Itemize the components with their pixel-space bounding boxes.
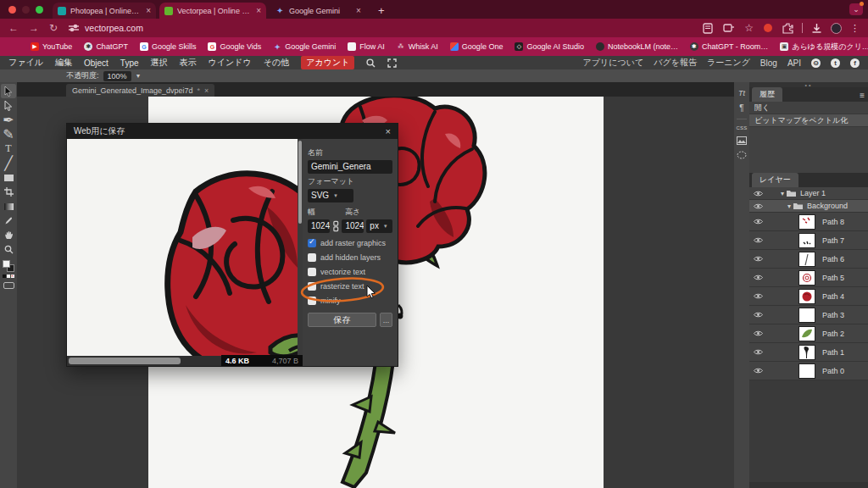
bookmark-star-icon[interactable]: ☆ — [744, 22, 754, 34]
checkbox-box[interactable] — [308, 239, 316, 247]
visibility-eye-icon[interactable] — [749, 312, 766, 318]
dialog-titlebar[interactable]: Web用に保存 × — [67, 124, 398, 139]
bookmark-flow-ai[interactable]: Flow AI — [348, 42, 385, 51]
layer-row-folder-selected[interactable]: ▾ Background — [749, 200, 868, 213]
opacity-dropdown-arrow-icon[interactable]: ▼ — [136, 73, 142, 79]
bookmark-whisk-ai[interactable]: ⁂Whisk AI — [397, 42, 438, 51]
pencil-tool[interactable]: ✎ — [1, 127, 16, 141]
width-input[interactable]: 1024 — [308, 219, 330, 233]
checkbox-box[interactable] — [308, 297, 316, 305]
format-select[interactable]: SVG ▾ — [308, 189, 353, 202]
site-settings-icon[interactable] — [68, 23, 80, 33]
bookmark-chatgpt[interactable]: ✱ChatGPT — [84, 42, 128, 51]
recording-extension-icon[interactable] — [764, 24, 772, 32]
type-tool[interactable]: T — [1, 141, 16, 156]
fullscreen-icon[interactable] — [387, 58, 397, 68]
none-swatch[interactable]: ✕ — [11, 274, 14, 278]
menu-view[interactable]: 表示 — [180, 57, 197, 69]
black-swatch[interactable] — [3, 274, 6, 278]
menu-type[interactable]: Type — [120, 58, 139, 68]
menu-edit[interactable]: 編集 — [55, 57, 72, 69]
tab-vectorpea-active[interactable]: Vectorpea | Online Vector Edi × — [159, 3, 266, 19]
rectangle-tool[interactable] — [1, 170, 16, 185]
swatch-shortcuts[interactable]: ✕ — [3, 274, 14, 278]
layer-row-folder[interactable]: ▾ Layer 1 — [749, 187, 868, 200]
checkbox-vectorize-text[interactable]: vectorize text — [308, 268, 392, 276]
collapse-caret-icon[interactable]: ▾ — [785, 202, 793, 210]
history-brush-panel-icon[interactable] — [737, 151, 747, 159]
document-tab[interactable]: Gemini_Generated_Image_dvpei7d * × — [66, 84, 214, 97]
menu-learning[interactable]: ラーニング — [707, 57, 750, 69]
eyedropper-tool[interactable] — [1, 214, 16, 228]
keyboard-shortcuts-icon[interactable] — [3, 282, 14, 289]
tab-layers[interactable]: レイヤー — [752, 173, 798, 187]
layer-row-path4[interactable]: Path 4 — [749, 287, 868, 306]
layer-row-path2[interactable]: Path 2 — [749, 324, 868, 343]
menu-file[interactable]: ファイル — [8, 57, 43, 69]
name-input[interactable]: Gemini_Genera — [308, 160, 392, 174]
account-button[interactable]: アカウント — [301, 56, 354, 69]
layer-row-path3[interactable]: Path 3 — [749, 306, 868, 324]
visibility-eye-icon[interactable] — [749, 368, 766, 374]
save-to-device-icon[interactable] — [723, 23, 734, 33]
reading-mode-icon[interactable] — [703, 23, 713, 34]
opacity-value[interactable]: 100% — [103, 71, 131, 81]
reload-icon[interactable]: ↻ — [49, 22, 58, 34]
url-text[interactable]: vectorpea.com — [85, 23, 143, 33]
save-button[interactable]: 保存 — [308, 313, 376, 327]
visibility-eye-icon[interactable] — [749, 349, 766, 355]
tab-history[interactable]: 履歴 — [752, 87, 782, 102]
twitter-icon[interactable]: t — [831, 58, 840, 68]
line-tool[interactable]: ╱ — [1, 156, 16, 170]
menu-about-app[interactable]: アプリについて — [583, 57, 644, 69]
facebook-icon[interactable]: f — [850, 58, 860, 68]
bookmark-youtube[interactable]: ▶YouTube — [31, 42, 72, 51]
visibility-eye-icon[interactable] — [749, 293, 766, 299]
close-window-button[interactable] — [8, 6, 16, 14]
visibility-eye-icon[interactable] — [749, 256, 766, 262]
browser-menu-kebab-icon[interactable]: ⋮ — [850, 23, 860, 34]
visibility-eye-icon[interactable] — [749, 219, 766, 225]
close-document-icon[interactable]: × — [204, 86, 209, 95]
foreground-background-swatches[interactable] — [3, 260, 14, 272]
menu-object[interactable]: Object — [84, 58, 108, 68]
css-panel-icon[interactable]: CSS — [737, 125, 748, 130]
bookmark-google-one[interactable]: Google One — [450, 42, 504, 51]
link-dimensions-icon[interactable] — [332, 220, 340, 232]
history-item-vectorize[interactable]: ビットマップをベクトル化 — [749, 114, 868, 127]
layer-row-path6[interactable]: Path 6 — [749, 250, 868, 269]
export-preview[interactable]: 4.6 KB 4,707 B — [67, 139, 303, 366]
checkbox-box[interactable] — [308, 268, 316, 276]
checkbox-box[interactable] — [308, 253, 316, 262]
more-options-button[interactable]: ... — [380, 313, 392, 327]
close-tab-icon[interactable]: × — [256, 6, 261, 15]
downloads-icon[interactable] — [811, 23, 822, 34]
tab-gemini[interactable]: ✦ Google Gemini × — [271, 3, 366, 19]
menu-api[interactable]: API — [787, 58, 801, 68]
checkbox-add-raster-graphics[interactable]: add raster graphics — [308, 239, 392, 247]
layer-row-path5[interactable]: Path 5 — [749, 269, 868, 287]
hand-tool[interactable] — [1, 228, 16, 242]
bookmark-chatgpt-room[interactable]: ✱ChatGPT - Room… — [690, 42, 768, 51]
visibility-eye-icon[interactable] — [749, 330, 766, 336]
panel-menu-icon[interactable]: ≡ — [860, 91, 865, 100]
collapse-caret-icon[interactable]: ▾ — [778, 190, 787, 197]
paragraph-panel-icon[interactable]: ¶ — [739, 103, 743, 113]
white-swatch[interactable] — [7, 274, 10, 278]
search-icon[interactable] — [366, 58, 376, 68]
bookmark-notebooklm[interactable]: NotebookLM (note… — [596, 42, 678, 51]
bookmark-google-vids[interactable]: GGoogle Vids — [208, 42, 261, 51]
close-tab-icon[interactable]: × — [146, 6, 151, 15]
menu-window[interactable]: ウインドウ — [209, 57, 252, 69]
menu-more[interactable]: その他 — [264, 57, 289, 69]
layer-row-path8[interactable]: Path 8 — [749, 213, 868, 231]
checkbox-minify[interactable]: minify — [308, 297, 392, 305]
bookmark-google-gemini[interactable]: ✦Google Gemini — [273, 42, 336, 51]
reddit-icon[interactable]: ʘ — [811, 58, 821, 68]
back-icon[interactable]: ← — [8, 22, 19, 34]
dialog-close-icon[interactable]: × — [386, 126, 391, 136]
menu-select[interactable]: 選択 — [151, 57, 168, 69]
unit-select[interactable]: px ▾ — [366, 219, 392, 233]
character-panel-icon[interactable]: Tt — [738, 89, 745, 97]
foreground-color-swatch[interactable] — [3, 260, 10, 268]
